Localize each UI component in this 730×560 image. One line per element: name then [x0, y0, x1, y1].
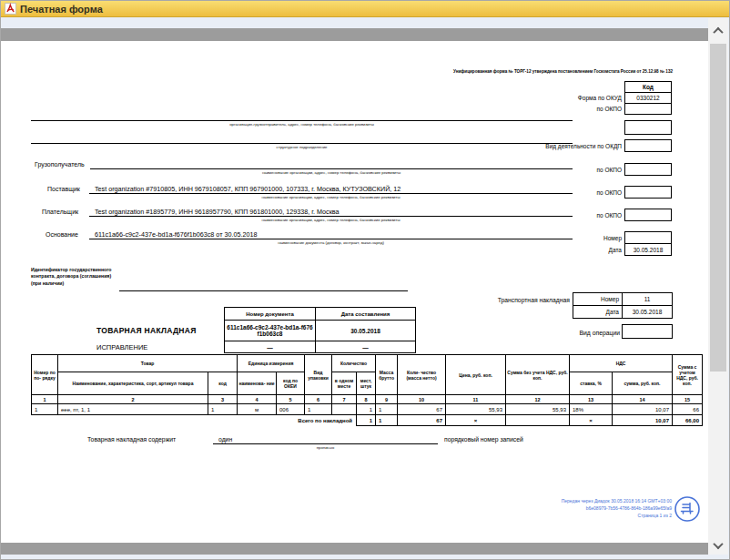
operation-label: Вид операции: [456, 330, 620, 336]
transport-number-value: 11: [622, 292, 673, 306]
number-value-cell: [624, 231, 672, 244]
payer-label: Плательщик: [42, 209, 78, 215]
okpo3-value-cell: [624, 186, 672, 199]
col-header-gross: Масса брутто: [376, 355, 398, 395]
col-header-vat: НДС: [570, 355, 673, 372]
doc-number-value: 611c1a66-c9c2-437e-bd1a-f676f1b063c8: [225, 321, 316, 341]
consignee-caption: наименование организации, адрес, номер т…: [90, 170, 573, 175]
col-header-quantity: Количество: [332, 355, 376, 372]
col-header-vat-amount: сумма, руб. коп.: [613, 372, 673, 395]
supplier-label: Поставщик: [47, 186, 80, 192]
print-form-window: Печатная форма Унифицированная форма № Т…: [0, 0, 730, 560]
col-header-unit: Единица измерения: [238, 355, 305, 372]
date-value-cell: 30.05.2018: [624, 243, 672, 256]
okpo4-value-cell: [624, 209, 672, 221]
scroll-up-button[interactable]: [708, 21, 728, 41]
window-title: Печатная форма: [20, 4, 103, 15]
col-header-qty-places: мест, штук: [357, 372, 376, 395]
goods-table: Номер по по- рядку Товар Единица измерен…: [31, 354, 703, 426]
col-header-goods-name: Наименование, характеристика, сорт, арти…: [58, 372, 208, 395]
number-label: Номер: [603, 235, 622, 241]
summary-suffix: порядковый номер записей: [444, 436, 523, 443]
col-header-amount-wo-vat: Сумма без учета НДС, руб. коп.: [506, 355, 570, 395]
transport-date-value: 30.05.2018: [622, 305, 673, 319]
blank-value-cell: [624, 120, 672, 135]
column-numbers-row: 1 2 3 4 5 6 7 8 9 10 11 12 13 14 15: [32, 395, 703, 404]
summary-prefix: Товарная накладная содержит: [87, 436, 176, 443]
okpo4-label: по ОКПО: [596, 212, 622, 219]
payer-caption: наименование организации, адрес, номер т…: [89, 218, 573, 222]
window-bottom-strip: [1, 555, 729, 559]
col-header-amount-with-vat: Сумма с учетом НДС, руб. коп.: [673, 355, 703, 395]
okdp-value-cell: [624, 139, 672, 152]
col-header-package: Вид упаковки: [305, 355, 332, 395]
basis-caption: наименование документа (договор, контрак…: [89, 240, 573, 245]
form-note: Унифицированная форма № ТОРГ-12 утвержде…: [453, 69, 673, 74]
col-header-net: Коли- чество (масса нетто): [398, 355, 446, 395]
doc-number-table: Номер документа Дата составления 611c1a6…: [224, 307, 416, 353]
print-page: Унифицированная форма № ТОРГ-12 утвержде…: [1, 41, 708, 543]
vertical-scrollbar[interactable]: [708, 18, 728, 555]
division-caption: структурное подразделение: [31, 145, 573, 149]
basis-value: 611c1a66-c9c2-437e-bd1a-f676f1b063c8 от …: [95, 230, 257, 239]
scrollbar-thumb[interactable]: [710, 44, 726, 372]
gov-contract-line: [119, 290, 408, 291]
correction-label: ИСПРАВЛЕНИЕ: [96, 343, 147, 351]
diadoc-id-line: b6e08979-7b56-4786-864b-186a99e65fa9: [562, 504, 672, 512]
col-header-item-no: Номер по по- рядку: [32, 355, 58, 395]
summary-caption: прописью: [213, 445, 438, 450]
summary-value: один: [218, 436, 232, 443]
col-header-price: Цена, руб. коп.: [446, 355, 506, 395]
doc-number-header: Номер документа: [225, 308, 316, 321]
window-titlebar[interactable]: Печатная форма: [1, 1, 729, 17]
pdf-icon: [5, 3, 16, 15]
diadoc-page-line: Страница 1 из 2: [562, 512, 672, 519]
col-header-vat-rate: ставка, %: [570, 372, 613, 395]
goods-row: 1 еее, пт, 1, 1 1 м 006 1 1 1 67 55,93 5…: [32, 404, 703, 415]
basis-label: Основание: [46, 231, 78, 238]
okpo2-value-cell: [624, 163, 672, 176]
col-header-qty-in-place: в одном месте: [332, 372, 357, 395]
totals-label: Всего по накладной: [32, 415, 357, 426]
col-header-unit-okei: код по ОКЕИ: [277, 372, 305, 395]
supplier-value: Test organization #7910805, ИНН 96791080…: [95, 185, 400, 193]
okpo1-value-cell: [624, 103, 672, 115]
payer-value: Test organization #1895779, ИНН 96189577…: [95, 208, 340, 216]
summary-line: [213, 443, 438, 444]
consignee-line: [90, 168, 573, 169]
shipper-caption: организация-грузоотправитель, адрес, ном…: [31, 122, 573, 127]
okud-label: Форма по ОКУД: [578, 95, 622, 101]
diadoc-transfer-line: Передан через Диадок 30.05.2018 16:14 GM…: [562, 497, 672, 504]
date-label: Дата: [609, 247, 622, 253]
totals-row: Всего по накладной 1 1 67 × × 10,07 66,0…: [32, 415, 703, 426]
preview-canvas: Унифицированная форма № ТОРГ-12 утвержде…: [1, 28, 709, 556]
diadoc-stamp: Передан через Диадок 30.05.2018 16:14 GM…: [562, 497, 672, 519]
gov-contract-label: Идентификатор государственного контракта…: [31, 267, 119, 287]
supplier-caption: наименование организации, адрес, номер т…: [89, 195, 573, 199]
shipper-line: [31, 120, 573, 121]
scroll-down-button[interactable]: [708, 535, 728, 555]
payer-line: [89, 216, 573, 217]
division-line: [31, 143, 573, 144]
diadoc-logo-icon: [674, 495, 701, 526]
supplier-line: [89, 193, 573, 194]
correction-number-value: —: [225, 341, 316, 353]
consignee-label: Грузополучатель: [35, 161, 85, 168]
doc-date-value: 30.05.2018: [316, 321, 416, 341]
okpo1-label: по ОКПО: [596, 106, 622, 112]
operation-value-cell: [622, 324, 673, 339]
doc-date-header: Дата составления: [316, 308, 416, 321]
chevron-up-icon: [713, 27, 723, 37]
transport-label: Транспортная накладная: [406, 297, 570, 303]
col-header-goods: Товар: [58, 355, 238, 372]
col-header-goods-code: код: [208, 372, 238, 395]
correction-date-value: —: [316, 341, 416, 353]
okpo2-label: по ОКПО: [596, 167, 622, 173]
transport-date-label: Дата: [573, 305, 623, 319]
document-title: ТОВАРНАЯ НАКЛАДНАЯ: [96, 326, 197, 335]
basis-line: [89, 239, 573, 239]
okpo3-label: по ОКПО: [596, 189, 622, 196]
transport-number-label: Номер: [573, 292, 623, 306]
chevron-down-icon: [713, 539, 723, 549]
col-header-unit-name: наименова- ние: [238, 372, 277, 395]
